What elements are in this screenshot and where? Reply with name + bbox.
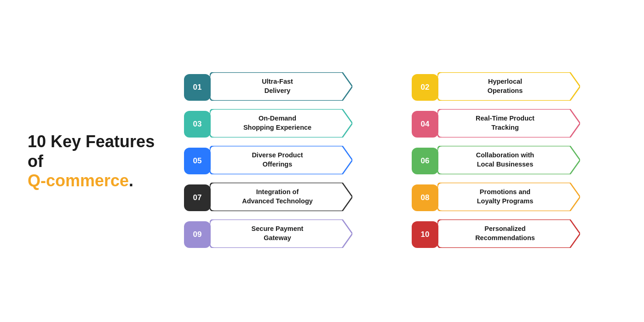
feature-wrapper-03: 03 On-DemandShopping Experience bbox=[184, 109, 352, 139]
feature-label-08: Promotions andLoyalty Programs bbox=[477, 188, 534, 206]
feature-label-03: On-DemandShopping Experience bbox=[243, 114, 311, 132]
feature-wrapper-07: 07 Integration ofAdvanced Technology bbox=[184, 183, 352, 213]
feature-label-04: Real-Time ProductTracking bbox=[476, 114, 535, 132]
feature-arrow-02: HyperlocalOperations bbox=[437, 72, 580, 103]
feature-badge-10: 10 bbox=[412, 221, 438, 248]
feature-label-07: Integration ofAdvanced Technology bbox=[242, 188, 313, 206]
feature-badge-05: 05 bbox=[184, 148, 211, 174]
title-highlight: Q-commerce bbox=[28, 171, 129, 190]
feature-label-05: Diverse ProductOfferings bbox=[252, 151, 303, 169]
feature-item-10: 10 PersonalizedRecommendations bbox=[412, 219, 626, 250]
feature-wrapper-06: 06 Collaboration withLocal Businesses bbox=[412, 146, 580, 176]
feature-arrow-10: PersonalizedRecommendations bbox=[437, 219, 580, 250]
feature-label-06: Collaboration withLocal Businesses bbox=[476, 151, 534, 169]
feature-badge-02: 02 bbox=[412, 74, 438, 101]
feature-arrow-06: Collaboration withLocal Businesses bbox=[437, 146, 580, 176]
feature-wrapper-08: 08 Promotions andLoyalty Programs bbox=[412, 183, 580, 213]
feature-item-03: 03 On-DemandShopping Experience bbox=[184, 109, 398, 139]
feature-item-05: 05 Diverse ProductOfferings bbox=[184, 146, 398, 176]
feature-badge-07: 07 bbox=[184, 184, 211, 211]
feature-item-01: 01 Ultra-FastDelivery bbox=[184, 72, 398, 103]
feature-wrapper-09: 09 Secure PaymentGateway bbox=[184, 219, 352, 250]
feature-item-09: 09 Secure PaymentGateway bbox=[184, 219, 398, 250]
feature-arrow-04: Real-Time ProductTracking bbox=[437, 109, 580, 139]
feature-label-10: PersonalizedRecommendations bbox=[475, 224, 535, 242]
feature-wrapper-04: 04 Real-Time ProductTracking bbox=[412, 109, 580, 139]
features-grid: 01 Ultra-FastDelivery 02 bbox=[175, 58, 644, 264]
feature-wrapper-02: 02 HyperlocalOperations bbox=[412, 72, 580, 103]
feature-wrapper-10: 10 PersonalizedRecommendations bbox=[412, 219, 580, 250]
feature-badge-06: 06 bbox=[412, 148, 438, 174]
feature-badge-09: 09 bbox=[184, 221, 211, 248]
feature-item-07: 07 Integration ofAdvanced Technology bbox=[184, 183, 398, 213]
title-dot: . bbox=[129, 171, 133, 190]
feature-arrow-05: Diverse ProductOfferings bbox=[210, 146, 352, 176]
feature-arrow-03: On-DemandShopping Experience bbox=[210, 109, 352, 139]
page-title-line1: 10 Key Features of bbox=[28, 132, 175, 171]
feature-arrow-01: Ultra-FastDelivery bbox=[210, 72, 352, 103]
feature-item-02: 02 HyperlocalOperations bbox=[412, 72, 626, 103]
feature-label-01: Ultra-FastDelivery bbox=[262, 77, 293, 95]
feature-label-09: Secure PaymentGateway bbox=[252, 224, 304, 242]
feature-item-08: 08 Promotions andLoyalty Programs bbox=[412, 183, 626, 213]
feature-label-02: HyperlocalOperations bbox=[488, 77, 523, 95]
feature-badge-03: 03 bbox=[184, 111, 211, 138]
feature-badge-01: 01 bbox=[184, 74, 211, 101]
left-panel: 10 Key Features of Q-commerce. bbox=[0, 132, 175, 190]
feature-badge-08: 08 bbox=[412, 184, 438, 211]
feature-arrow-09: Secure PaymentGateway bbox=[210, 219, 352, 250]
feature-wrapper-05: 05 Diverse ProductOfferings bbox=[184, 146, 352, 176]
feature-item-06: 06 Collaboration withLocal Businesses bbox=[412, 146, 626, 176]
feature-badge-04: 04 bbox=[412, 111, 438, 138]
feature-arrow-08: Promotions andLoyalty Programs bbox=[437, 183, 580, 213]
feature-wrapper-01: 01 Ultra-FastDelivery bbox=[184, 72, 352, 103]
feature-item-04: 04 Real-Time ProductTracking bbox=[412, 109, 626, 139]
page-title-line2: Q-commerce. bbox=[28, 171, 175, 190]
feature-arrow-07: Integration ofAdvanced Technology bbox=[210, 183, 352, 213]
